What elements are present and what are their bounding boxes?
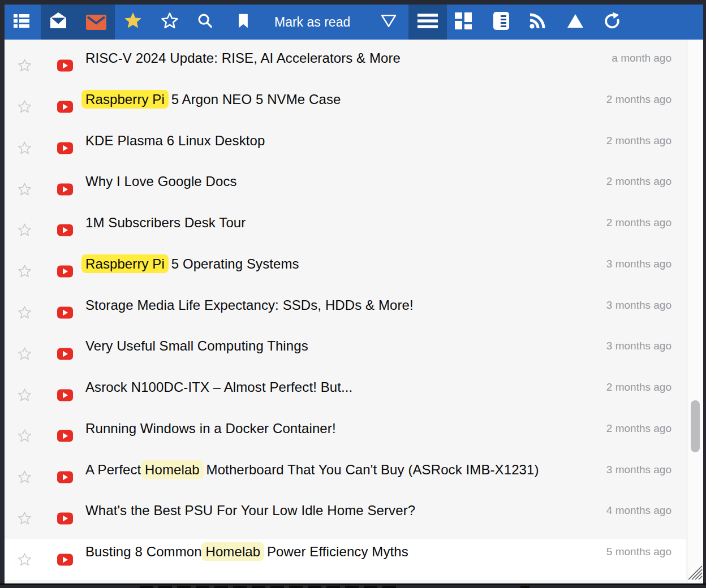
star-toggle[interactable] — [17, 552, 32, 567]
star-toggle[interactable] — [17, 140, 32, 155]
triangle-up-icon — [567, 14, 584, 31]
item-age: 3 months ago — [606, 258, 671, 270]
star-toggle[interactable] — [17, 100, 32, 115]
star-toggle[interactable] — [17, 387, 32, 403]
item-title: RISC-V 2024 Update: RISE, AI Accelerator… — [85, 50, 401, 66]
star-toggle[interactable] — [17, 305, 32, 320]
item-age: 4 months ago — [606, 504, 671, 517]
youtube-icon — [57, 306, 73, 318]
scrollbar-thumb[interactable] — [691, 400, 700, 452]
youtube-icon — [57, 430, 73, 442]
triangle-down-icon — [381, 14, 397, 30]
highlighted-keyword: Homelab — [201, 542, 264, 561]
rss-icon — [529, 12, 546, 32]
youtube-icon — [57, 183, 73, 195]
grid-layout-icon — [455, 12, 472, 32]
youtube-icon — [57, 142, 73, 154]
star-toggle[interactable] — [17, 346, 32, 361]
youtube-icon — [57, 60, 73, 72]
item-age: 2 months ago — [606, 175, 671, 188]
list-item[interactable]: Raspberry Pi 5 Argon NEO 5 NVMe Case2 mo… — [5, 87, 686, 128]
star-toggle[interactable] — [17, 470, 32, 485]
item-title: Very Useful Small Computing Things — [85, 338, 308, 354]
item-age: 2 months ago — [606, 135, 671, 147]
star-toggle[interactable] — [17, 264, 32, 279]
star-toggle[interactable] — [17, 181, 32, 197]
star-toggle[interactable] — [17, 223, 32, 238]
title-text: Very Useful Small Computing Things — [85, 338, 308, 353]
list-item[interactable]: Very Useful Small Computing Things3 mont… — [5, 333, 686, 374]
list-item[interactable]: What's the Best PSU For Your Low Idle Ho… — [5, 498, 686, 539]
title-text: Busting 8 Common — [85, 544, 205, 559]
layout-button[interactable] — [450, 5, 477, 40]
item-age: 2 months ago — [606, 217, 671, 229]
search-button[interactable] — [192, 5, 219, 40]
refresh-button[interactable] — [599, 5, 626, 40]
item-title: Raspberry Pi 5 Operating Systems — [85, 256, 299, 272]
list-item[interactable]: Why I Love Google Docs2 months ago — [5, 168, 686, 210]
resize-grip-icon[interactable] — [687, 564, 703, 582]
list-item[interactable]: KDE Plasma 6 Linux Desktop2 months ago — [5, 128, 686, 169]
clipped-text-sliver — [140, 586, 397, 588]
bookmark-button[interactable] — [230, 5, 257, 40]
list-item[interactable]: RISC-V 2024 Update: RISE, AI Accelerator… — [5, 45, 686, 87]
star-toggle[interactable] — [17, 58, 32, 74]
open-envelope-button[interactable] — [45, 5, 72, 40]
starred-filter-button[interactable] — [119, 5, 147, 40]
highlighted-keyword: Raspberry Pi — [81, 90, 169, 109]
list-item[interactable]: A Perfect Homelab Motherboard That You C… — [5, 457, 686, 498]
item-title: Raspberry Pi 5 Argon NEO 5 NVMe Case — [85, 92, 341, 107]
youtube-icon — [57, 224, 73, 236]
window-bottom-edge — [0, 583, 706, 588]
youtube-icon — [57, 472, 73, 483]
item-title: Storage Media Life Expectancy: SSDs, HDD… — [85, 297, 414, 313]
star-toggle[interactable] — [17, 511, 32, 526]
list-item[interactable]: Busting 8 Common Homelab Power Efficienc… — [5, 539, 686, 580]
list-item[interactable]: Running Windows in a Docker Container!2 … — [5, 416, 686, 457]
item-title: Asrock N100DC-ITX – Almost Perfect! But.… — [85, 379, 352, 395]
open-envelope-icon — [49, 12, 68, 32]
item-title: Busting 8 Common Homelab Power Efficienc… — [85, 544, 408, 560]
youtube-icon — [57, 266, 73, 278]
article-list-button[interactable] — [8, 5, 35, 40]
list-item[interactable]: Asrock N100DC-ITX – Almost Perfect! But.… — [5, 374, 686, 416]
item-age: 2 months ago — [606, 93, 671, 106]
list-item[interactable]: Raspberry Pi 5 Operating Systems3 months… — [5, 251, 686, 292]
title-text: Running Windows in a Docker Container! — [85, 421, 336, 436]
title-text: A Perfect — [85, 462, 145, 477]
title-text: 1M Subscribers Desk Tour — [85, 215, 246, 230]
star-article-button[interactable] — [156, 5, 183, 40]
mark-as-read-button[interactable]: Mark as read — [274, 5, 350, 40]
youtube-icon — [57, 512, 73, 524]
rss-button[interactable] — [524, 5, 551, 40]
item-age: a month ago — [612, 52, 671, 64]
mark-unread-button[interactable] — [83, 5, 110, 40]
title-text: Power Efficiency Myths — [263, 544, 408, 559]
refresh-icon — [603, 12, 621, 32]
star-toggle[interactable] — [17, 429, 32, 444]
title-text: Asrock N100DC-ITX – Almost Perfect! But.… — [85, 379, 352, 395]
item-title: What's the Best PSU For Your Low Idle Ho… — [85, 503, 415, 518]
item-age: 3 months ago — [606, 464, 671, 476]
star-outline-icon — [160, 11, 179, 33]
youtube-icon — [57, 389, 73, 401]
title-text: KDE Plasma 6 Linux Desktop — [85, 133, 265, 148]
article-card-icon — [493, 11, 510, 33]
toolbar: Mark as read — [5, 5, 703, 40]
list-item[interactable]: 1M Subscribers Desk Tour2 months ago — [5, 210, 686, 251]
hamburger-icon — [417, 13, 438, 31]
item-title: Why I Love Google Docs — [85, 174, 237, 189]
scroll-top-button[interactable] — [562, 5, 589, 40]
filter-button[interactable] — [375, 5, 402, 40]
reader-view-button[interactable] — [488, 5, 515, 40]
list-item[interactable]: Storage Media Life Expectancy: SSDs, HDD… — [5, 292, 686, 334]
menu-button[interactable] — [414, 5, 441, 40]
highlighted-keyword: Raspberry Pi — [81, 254, 169, 273]
title-text: RISC-V 2024 Update: RISE, AI Accelerator… — [85, 50, 401, 66]
scrollbar-track[interactable] — [687, 40, 703, 583]
highlighted-keyword: Homelab — [141, 460, 204, 479]
list-icon — [12, 12, 31, 32]
youtube-icon — [57, 554, 73, 565]
item-age: 3 months ago — [606, 340, 671, 352]
item-age: 3 months ago — [606, 299, 671, 312]
